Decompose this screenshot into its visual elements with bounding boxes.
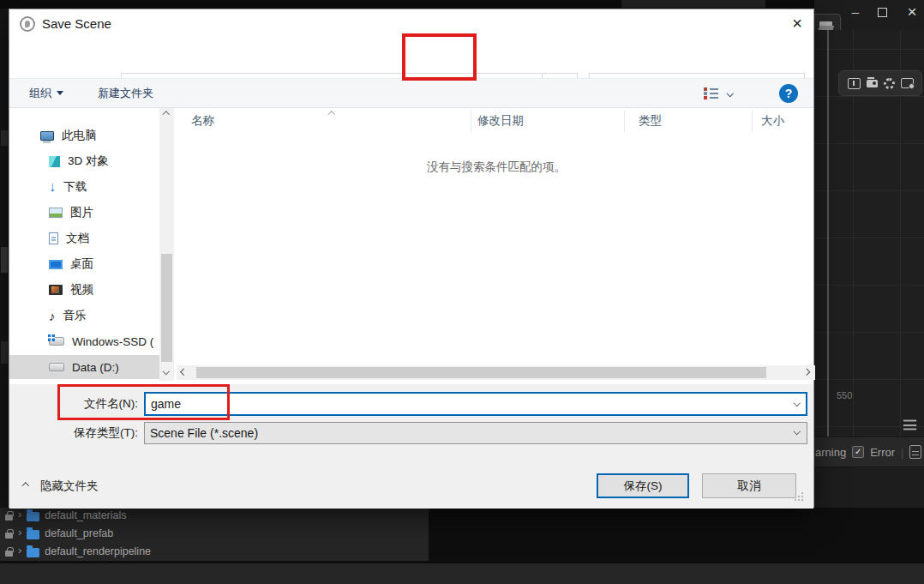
column-divider[interactable]	[752, 111, 753, 132]
viewport-toolbar	[838, 70, 922, 96]
dialog-command-bar: 组织 新建文件夹 ?	[9, 78, 813, 108]
empty-list-message: 没有与搜索条件匹配的项。	[427, 160, 566, 175]
filetype-select[interactable]: Scene File (*.scene)	[144, 422, 807, 444]
left-strip-mark	[1, 247, 8, 273]
sidebar-item-this-pc[interactable]: 此电脑	[9, 123, 159, 148]
dialog-title: Save Scene	[42, 16, 111, 31]
music-note-icon: ♪	[49, 310, 56, 322]
filename-input[interactable]: game	[144, 392, 807, 416]
viewport-grid-label: 550	[837, 390, 852, 400]
lock-icon	[5, 515, 13, 521]
caret-down-icon	[57, 91, 63, 95]
editor-status-bar: i 0 ! 0 × 0 0 Version 3.7.1	[0, 563, 924, 584]
left-strip-mark	[1, 341, 8, 364]
hide-folders-button[interactable]: 隐藏文件夹	[40, 478, 99, 495]
dialog-form-area: 文件名(N): game 保存类型(T): Scene File (*.scen…	[9, 384, 813, 509]
lock-icon	[5, 551, 13, 557]
viewport-axis-line	[827, 30, 829, 436]
tree-row[interactable]: › default_renderpipeline	[0, 543, 429, 560]
filetype-label: 保存类型(T):	[35, 422, 138, 444]
left-strip-mark	[1, 130, 8, 146]
organize-button[interactable]: 组织	[29, 79, 63, 107]
sidebar-item-label: Data (D:)	[72, 361, 119, 374]
tree-item-label[interactable]: default_materials	[45, 509, 126, 521]
gear-icon[interactable]	[884, 78, 895, 89]
save-button[interactable]: 保存(S)	[597, 473, 689, 498]
camera-icon[interactable]	[867, 80, 878, 87]
panel-export-icon[interactable]	[901, 78, 914, 88]
sidebar-item-label: 图片	[70, 205, 93, 220]
document-icon	[49, 232, 58, 244]
film-icon	[49, 285, 63, 295]
sidebar-item-label: 此电脑	[62, 128, 97, 143]
assets-tree-panel: › default_materials › default_prefab › d…	[0, 508, 429, 561]
aspect-ratio-icon[interactable]	[848, 78, 861, 89]
window-close-button[interactable]: ×	[903, 2, 921, 22]
views-caret-icon[interactable]	[727, 90, 734, 97]
cancel-button[interactable]: 取消	[702, 473, 796, 498]
chevron-right-icon[interactable]: ›	[18, 527, 21, 538]
organize-label: 组织	[29, 79, 51, 107]
column-divider[interactable]	[471, 111, 471, 132]
tree-item-label[interactable]: default_prefab	[45, 527, 113, 539]
log-file-icon[interactable]	[909, 445, 921, 459]
column-header-size[interactable]: 大小	[761, 108, 784, 134]
sidebar-item-data-drive[interactable]: Data (D:)	[9, 355, 159, 379]
folder-icon	[27, 548, 39, 557]
column-header-name[interactable]: 名称	[191, 108, 214, 134]
download-arrow-icon: ↓	[49, 181, 56, 193]
window-minimize-button[interactable]: –	[847, 3, 864, 22]
sidebar-item-windows-ssd[interactable]: Windows-SSD (	[9, 329, 159, 353]
error-filter-label[interactable]: Error	[870, 446, 895, 459]
column-header-date[interactable]: 修改日期	[477, 108, 524, 134]
dialog-content: 此电脑 3D 对象 ↓ 下载 图片 文档 桌面 视频 ♪ 音乐	[9, 108, 813, 384]
desktop-icon	[49, 260, 63, 269]
dialog-close-button[interactable]: ×	[781, 9, 813, 38]
sidebar-item-downloads[interactable]: ↓ 下载	[9, 175, 159, 199]
sidebar-item-videos[interactable]: 视频	[9, 278, 159, 302]
sidebar-item-music[interactable]: ♪ 音乐	[9, 304, 159, 328]
chevron-right-icon[interactable]: ›	[18, 509, 21, 520]
sidebar-item-pictures[interactable]: 图片	[9, 201, 159, 225]
editor-top-strip	[0, 0, 924, 9]
sidebar-item-label: 文档	[66, 231, 89, 246]
window-maximize-icon[interactable]	[878, 8, 887, 17]
help-button[interactable]: ?	[779, 84, 798, 103]
resize-grip[interactable]	[801, 499, 803, 501]
folder-icon	[27, 512, 39, 521]
sidebar-item-label: 3D 对象	[68, 154, 109, 169]
lock-icon	[5, 533, 13, 539]
console-filter-bar: arning ✓ Error |	[814, 436, 924, 467]
sidebar-item-desktop[interactable]: 桌面	[9, 252, 159, 276]
horizontal-scrollbar-thumb[interactable]	[196, 367, 766, 378]
error-filter-checkbox[interactable]: ✓	[852, 446, 864, 458]
console-menu-icon[interactable]	[903, 420, 916, 430]
tree-item-label[interactable]: default_renderpipeline	[45, 545, 151, 557]
column-header-type[interactable]: 类型	[639, 108, 662, 134]
chevron-right-icon[interactable]: ›	[18, 545, 21, 556]
sidebar-item-label: 音乐	[63, 308, 87, 323]
cocos-app-icon	[20, 16, 35, 32]
system-drive-icon	[49, 337, 64, 346]
sidebar-scrollbar-thumb[interactable]	[161, 254, 172, 362]
console-divider: |	[901, 446, 903, 459]
hide-folders-chevron-icon	[22, 483, 29, 490]
sidebar-item-label: 下载	[63, 179, 87, 195]
tree-row[interactable]: › default_materials	[0, 507, 429, 524]
sidebar-item-label: 视频	[70, 282, 93, 298]
sidebar-item-documents[interactable]: 文档	[9, 226, 159, 250]
warning-filter-label[interactable]: arning	[815, 446, 846, 459]
cube-icon	[49, 156, 60, 167]
annotation-highlight-filename	[57, 384, 230, 420]
views-icon[interactable]	[704, 87, 718, 99]
sidebar-item-3d-objects[interactable]: 3D 对象	[9, 149, 159, 173]
column-divider[interactable]	[624, 111, 625, 132]
tree-row[interactable]: › default_prefab	[0, 525, 429, 542]
editor-scene-tab[interactable]	[621, 0, 765, 8]
sort-ascending-icon	[328, 111, 335, 118]
sidebar-item-label: 桌面	[70, 256, 93, 272]
new-folder-button[interactable]: 新建文件夹	[98, 79, 153, 107]
editor-left-strip	[0, 9, 9, 508]
annotation-highlight-scene	[402, 33, 477, 81]
drive-icon	[49, 363, 64, 371]
